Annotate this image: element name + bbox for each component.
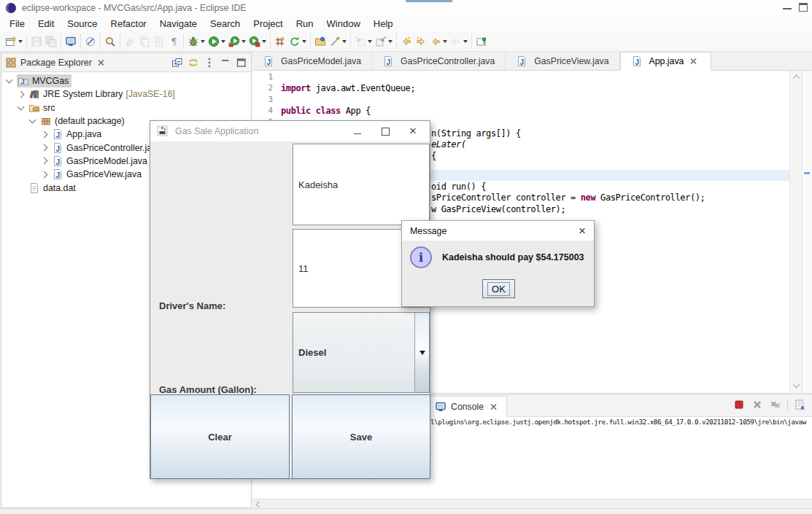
- close-button[interactable]: ×: [402, 126, 424, 136]
- dropdown-caret-icon[interactable]: [262, 40, 266, 43]
- brush-icon[interactable]: [328, 35, 348, 48]
- chevron-right-icon[interactable]: [41, 157, 48, 165]
- tree-item-jre-system-library[interactable]: JRE System Library[JavaSE-16]: [1, 87, 251, 101]
- remove-all-launches-icon[interactable]: [769, 398, 782, 411]
- menu-run[interactable]: Run: [290, 16, 320, 32]
- coverage-icon[interactable]: [227, 35, 247, 48]
- document-icon[interactable]: [152, 35, 166, 48]
- scroll-left-icon[interactable]: [256, 502, 262, 507]
- skip-breakpoints-icon[interactable]: [83, 35, 98, 48]
- menu-project[interactable]: Project: [247, 16, 289, 32]
- maximize-icon[interactable]: [235, 56, 248, 69]
- menu-refactor[interactable]: Refactor: [104, 16, 153, 32]
- new-java-project-icon[interactable]: [273, 35, 287, 48]
- menu-window[interactable]: Window: [320, 16, 367, 32]
- chevron-right-icon[interactable]: [41, 131, 48, 138]
- console-monitor-icon[interactable]: [63, 35, 78, 48]
- dropdown-caret-icon[interactable]: [221, 40, 225, 43]
- maximize-icon[interactable]: [799, 3, 808, 12]
- chevron-right-icon[interactable]: [41, 144, 48, 152]
- dropdown-caret-icon[interactable]: [368, 40, 372, 43]
- menu-navigate[interactable]: Navigate: [153, 16, 204, 32]
- pilcrow-icon[interactable]: ¶: [166, 35, 181, 48]
- minimize-icon[interactable]: [783, 3, 792, 9]
- ok-button-label: OK: [487, 282, 510, 296]
- chevron-down-icon[interactable]: [18, 103, 25, 110]
- open-folder-icon[interactable]: [313, 35, 328, 48]
- terminate-icon[interactable]: [732, 398, 746, 411]
- chevron-right-icon[interactable]: [18, 90, 25, 98]
- import-icon[interactable]: [353, 35, 374, 48]
- tree-item-label: GasPriceView.java: [66, 169, 142, 179]
- format-icon[interactable]: [123, 35, 137, 48]
- clear-console-icon[interactable]: [793, 398, 806, 411]
- copy-icon[interactable]: [137, 35, 152, 48]
- tree-item-src[interactable]: src: [1, 101, 251, 114]
- menu-source[interactable]: Source: [61, 16, 104, 32]
- clear-button[interactable]: Clear: [150, 394, 290, 479]
- console-horizontal-scrollbar[interactable]: [252, 499, 812, 509]
- back-annotated-icon[interactable]: [399, 35, 414, 48]
- editor-vertical-scrollbar[interactable]: [789, 71, 802, 392]
- dropdown-caret-icon[interactable]: [388, 40, 393, 43]
- tree-item-mvcgas[interactable]: JMVCGas: [1, 74, 251, 87]
- search-icon[interactable]: [103, 35, 117, 48]
- close-icon[interactable]: [687, 55, 700, 67]
- minimize-button[interactable]: [347, 129, 368, 134]
- svg-text:J: J: [55, 158, 60, 166]
- menu-file[interactable]: File: [3, 16, 31, 32]
- dropdown-caret-icon[interactable]: [241, 40, 246, 43]
- overview-ruler[interactable]: [802, 71, 812, 392]
- gas-type-combo[interactable]: Diesel: [293, 312, 430, 393]
- debug-icon[interactable]: [186, 35, 206, 48]
- code-line: import java.awt.EventQueue;: [281, 83, 415, 93]
- close-icon[interactable]: [95, 57, 108, 69]
- scroll-up-icon[interactable]: [793, 75, 800, 82]
- dropdown-caret-icon[interactable]: [463, 40, 468, 43]
- remove-launch-icon[interactable]: [751, 398, 764, 411]
- chevron-down-icon[interactable]: [6, 77, 13, 84]
- dropdown-caret-icon[interactable]: [201, 40, 205, 43]
- link-with-editor-icon[interactable]: [187, 56, 200, 69]
- combo-arrow-button[interactable]: [414, 313, 429, 392]
- close-icon[interactable]: [487, 401, 500, 413]
- save-button[interactable]: Save: [292, 394, 430, 479]
- export-icon[interactable]: [374, 35, 394, 48]
- maximize-button[interactable]: [374, 128, 396, 136]
- dropdown-caret-icon[interactable]: [18, 40, 23, 43]
- collapse-all-icon[interactable]: [171, 56, 184, 69]
- save-icon[interactable]: [29, 35, 44, 48]
- gas-window-titlebar[interactable]: Gas Sale Application ×: [150, 121, 430, 141]
- menu-edit[interactable]: Edit: [31, 16, 61, 32]
- profile-icon[interactable]: [247, 35, 268, 48]
- run-icon[interactable]: [206, 35, 227, 48]
- new-wizard-icon[interactable]: [4, 35, 24, 48]
- dropdown-caret-icon[interactable]: [342, 40, 347, 43]
- editor-tab-gaspricecontroller-java[interactable]: JGasPriceController.java: [372, 52, 506, 71]
- chevron-right-icon[interactable]: [41, 171, 48, 178]
- eclipse-ide: eclipse-workspace - MVCGas/src/App.java …: [0, 0, 812, 514]
- editor-tab-gaspricemodel-java[interactable]: JGasPriceModel.java: [252, 52, 372, 71]
- dropdown-caret-icon[interactable]: [302, 40, 306, 43]
- package-icon: [40, 115, 52, 127]
- refresh-icon[interactable]: [287, 35, 308, 48]
- back-icon[interactable]: [428, 35, 449, 48]
- pin-editor-icon[interactable]: [474, 35, 489, 48]
- menu-help[interactable]: Help: [367, 16, 400, 32]
- minimize-icon[interactable]: [219, 56, 232, 69]
- save-all-icon[interactable]: [44, 35, 58, 48]
- drivers-name-input[interactable]: Kadeisha: [293, 144, 430, 225]
- dropdown-caret-icon[interactable]: [443, 40, 447, 43]
- close-button[interactable]: ×: [579, 226, 586, 236]
- menu-search[interactable]: Search: [204, 16, 247, 32]
- view-menu-icon[interactable]: [203, 56, 216, 69]
- forward-icon[interactable]: [449, 35, 469, 48]
- scroll-down-icon[interactable]: [793, 381, 800, 389]
- chevron-down-icon[interactable]: [29, 117, 36, 124]
- ok-button[interactable]: OK: [482, 279, 515, 298]
- forward-annotated-icon[interactable]: [414, 35, 428, 48]
- editor-tab-app-java[interactable]: JApp.java: [620, 52, 712, 71]
- dialog-titlebar[interactable]: Message ×: [402, 221, 594, 241]
- editor-tab-gaspriceview-java[interactable]: JGasPriceView.java: [506, 52, 619, 71]
- tab-console[interactable]: Console: [428, 396, 507, 417]
